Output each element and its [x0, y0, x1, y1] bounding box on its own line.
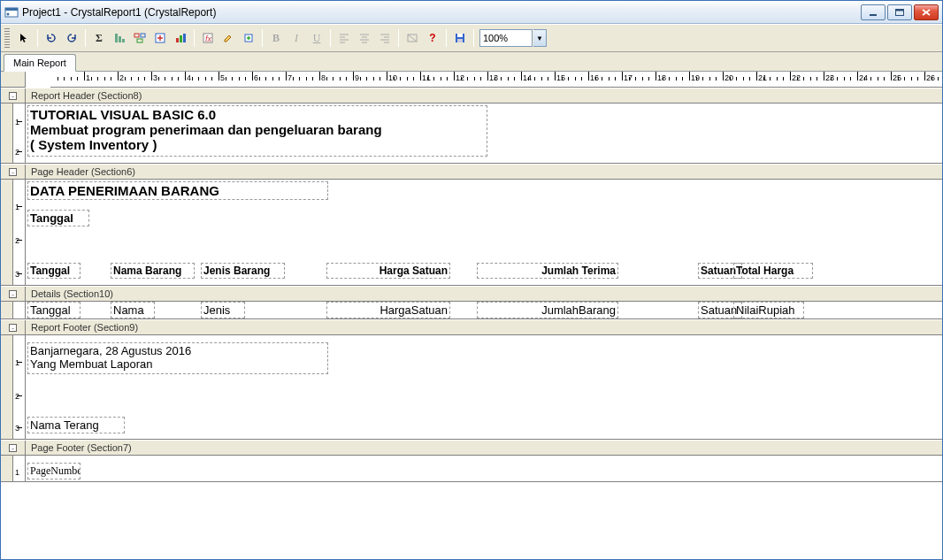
collapse-icon[interactable]: - — [9, 444, 17, 452]
svg-rect-10 — [122, 39, 125, 42]
app-window: Project1 - CrystalReport1 (CrystalReport… — [0, 0, 943, 560]
canvas-report-header[interactable]: TUTORIAL VISUAL BASIC 6.0 Membuat progra… — [26, 104, 942, 163]
help-button[interactable]: ? — [423, 28, 442, 48]
ruler-horizontal[interactable]: 1234567891011121314151617181920212223242… — [50, 72, 942, 88]
highlight-button[interactable] — [218, 28, 238, 48]
svg-rect-25 — [457, 39, 463, 42]
text-place-date[interactable]: Banjarnegara, 28 Agustus 2016 — [30, 344, 326, 357]
text-tutorial-title[interactable]: TUTORIAL VISUAL BASIC 6.0 — [30, 107, 485, 122]
formula-button[interactable]: fx — [198, 28, 218, 48]
collapse-icon[interactable]: - — [9, 168, 17, 176]
chart-button[interactable] — [171, 28, 190, 48]
svg-rect-5 — [896, 9, 904, 11]
svg-text:fx: fx — [205, 35, 212, 43]
svg-rect-9 — [119, 36, 121, 42]
db-jumlah-barang[interactable]: JumlahBarang — [477, 302, 618, 318]
db-tanggal[interactable]: Tanggal — [27, 302, 80, 318]
col-jumlah-terima[interactable]: Jumlah Terima — [477, 263, 618, 279]
insert-button[interactable] — [239, 28, 258, 48]
svg-rect-13 — [137, 39, 142, 42]
section-bar-page-footer[interactable]: - Page Footer (Section7) — [1, 440, 942, 456]
collapse-icon[interactable]: - — [9, 290, 17, 298]
special-page-number[interactable]: PageNumbe — [27, 463, 80, 479]
svg-rect-17 — [183, 34, 186, 42]
col-nama-barang[interactable]: Nama Barang — [111, 263, 195, 279]
section-bar-report-header[interactable]: - Report Header (Section8) — [1, 88, 942, 104]
svg-line-22 — [408, 35, 417, 42]
section-label: Report Header (Section8) — [26, 90, 142, 101]
section-label: Report Footer (Section9) — [26, 322, 138, 333]
toolbar: Σ fx B I U ? 100% ▼ — [1, 24, 942, 52]
zoom-input[interactable]: 100% — [479, 29, 533, 47]
canvas-report-footer[interactable]: Banjarnegara, 28 Agustus 2016 Yang Membu… — [26, 335, 942, 439]
text-tutorial-sub2[interactable]: ( System Inventory ) — [30, 137, 485, 152]
db-harga-satuan[interactable]: HargaSatuan — [326, 302, 450, 318]
align-right-button[interactable] — [375, 28, 395, 48]
toolbar-grip[interactable] — [4, 28, 10, 48]
pointer-tool-button[interactable] — [14, 28, 34, 48]
redo-button[interactable] — [62, 28, 81, 48]
minimize-button[interactable] — [861, 4, 886, 20]
db-nama[interactable]: Nama — [111, 302, 155, 318]
underline-button[interactable]: U — [307, 28, 326, 48]
save-button[interactable] — [450, 28, 470, 48]
section-label: Page Footer (Section7) — [26, 442, 132, 453]
canvas-details[interactable]: Tanggal Nama Jenis HargaSatuan JumlahBar… — [26, 302, 942, 318]
svg-rect-12 — [141, 34, 145, 37]
svg-rect-1 — [5, 8, 18, 11]
zoom-dropdown-button[interactable]: ▼ — [533, 29, 547, 47]
collapse-icon[interactable]: - — [9, 324, 17, 332]
undo-button[interactable] — [42, 28, 61, 48]
app-icon — [4, 5, 19, 19]
titlebar[interactable]: Project1 - CrystalReport1 (CrystalReport… — [1, 1, 942, 24]
collapse-icon[interactable]: - — [9, 92, 17, 100]
align-left-button[interactable] — [334, 28, 354, 48]
col-tanggal[interactable]: Tanggal — [27, 263, 80, 279]
col-jenis-barang[interactable]: Jenis Barang — [201, 263, 285, 279]
window-title: Project1 - CrystalReport1 (CrystalReport… — [22, 6, 861, 19]
section-bar-page-header[interactable]: - Page Header (Section6) — [1, 164, 942, 180]
col-total-harga[interactable]: Total Harga — [733, 263, 813, 279]
label-tanggal[interactable]: Tanggal — [27, 210, 89, 226]
canvas-page-footer[interactable]: PageNumbe — [26, 456, 942, 481]
svg-rect-24 — [457, 34, 463, 37]
text-tutorial-sub1[interactable]: Membuat program penerimaan dan pengeluar… — [30, 122, 485, 137]
summary-button[interactable]: Σ — [89, 28, 109, 48]
group-button[interactable] — [130, 28, 150, 48]
svg-rect-11 — [134, 34, 139, 37]
col-harga-satuan[interactable]: Harga Satuan — [326, 263, 450, 279]
db-jenis[interactable]: Jenis — [201, 302, 245, 318]
text-nama-terang[interactable]: Nama Terang — [27, 417, 125, 433]
italic-button[interactable]: I — [287, 28, 306, 48]
sort-button[interactable] — [110, 28, 129, 48]
canvas-page-header[interactable]: DATA PENERIMAAN BARANG Tanggal Tanggal N… — [26, 180, 942, 285]
maximize-button[interactable] — [887, 4, 912, 20]
close-button[interactable] — [914, 4, 939, 20]
section-label: Details (Section10) — [26, 288, 113, 299]
bold-button[interactable]: B — [266, 28, 286, 48]
db-nilai-rupiah[interactable]: NilaiRupiah — [733, 302, 804, 318]
svg-point-2 — [7, 12, 10, 15]
section-bar-report-footer[interactable]: - Report Footer (Section9) — [1, 319, 942, 335]
tab-strip: Main Report — [1, 52, 942, 72]
design-surface[interactable]: 1234567891011121314151617181920212223242… — [1, 72, 942, 559]
svg-rect-15 — [176, 38, 179, 42]
section-bar-details[interactable]: - Details (Section10) — [1, 286, 942, 302]
select-expert-button[interactable] — [150, 28, 170, 48]
section-label: Page Header (Section6) — [26, 166, 135, 177]
tab-main-report[interactable]: Main Report — [4, 54, 76, 72]
align-center-button[interactable] — [355, 28, 374, 48]
svg-rect-16 — [180, 35, 182, 42]
svg-rect-3 — [870, 14, 877, 16]
svg-rect-8 — [115, 34, 118, 42]
text-maker[interactable]: Yang Membuat Laporan — [30, 357, 326, 371]
text-data-penerimaan[interactable]: DATA PENERIMAAN BARANG — [27, 181, 328, 200]
suppress-button[interactable] — [402, 28, 422, 48]
